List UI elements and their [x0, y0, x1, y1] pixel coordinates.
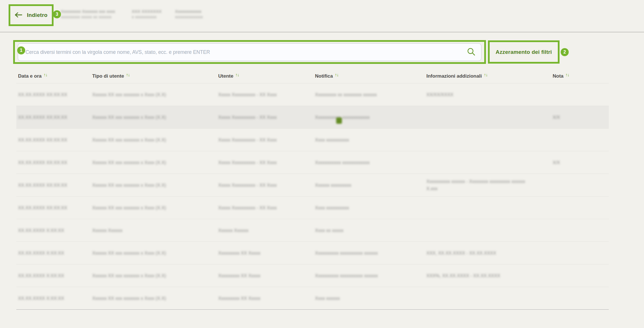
table-cell-data_e_ora: XX.XX.XXXX XX:XX:XX: [16, 129, 90, 151]
redacted-cell-text: Xxxxxxxxxxx xxxxxxxxxxxx: [315, 159, 425, 166]
table-row[interactable]: XX.XX.XXXX XX:XX:XXXxxxxx XX xxx xxxxxxx…: [16, 197, 609, 219]
table-cell-informazioni_addizionali: [425, 287, 551, 309]
redacted-cell-text: Xxxx xx xxxxx: [315, 227, 425, 234]
table-cell-data_e_ora: XX.XX.XXXX XX:XX:XX: [16, 83, 90, 106]
annotation-badge-2: 2: [561, 48, 569, 56]
redacted-cell-text: Xxxx xxxxxxxxxx: [315, 136, 425, 144]
table-cell-utente: Xxxxx Xxxxxxxxxx - XX Xxxx: [216, 83, 313, 106]
table-cell-tipo_di_utente: Xxxxxx XX xxx xxxxxxx x Xxxx (X.X): [90, 151, 216, 174]
redacted-cell-text: X/X: [553, 159, 609, 166]
table-cell-tipo_di_utente: Xxxxxx XX xxx xxxxxxx x Xxxx (X.X): [90, 174, 216, 196]
redacted-cell-text: Xxxxxxxxxx xxxxxx - Xxxxxxxx xxxxxxxxx x…: [426, 178, 551, 185]
audit-log-page: Indietro 3 Xxxxxxxxx Xxxxxxx xxx xxxxxxx…: [0, 0, 644, 328]
arrow-left-icon: [15, 12, 22, 19]
table-cell-utente: Xxxxxxxxx XX Xxxxx: [216, 264, 313, 287]
table-cell-nota: X/X: [551, 106, 609, 128]
table-cell-utente: Xxxxx Xxxxxxxxxx - XX Xxxx: [216, 151, 313, 174]
table-row[interactable]: XX.XX.XXXX XX:XX:XXXxxxxx XX xxx xxxxxxx…: [16, 151, 609, 174]
table-cell-data_e_ora: XX.XX.XXXX XX:XX:XX: [16, 174, 90, 196]
audit-log-table: Data e ora↑↓Tipo di utente↑↓Utente↑↓Noti…: [16, 69, 609, 310]
table-cell-tipo_di_utente: Xxxxxx XX xxx xxxxxxx x Xxxx (X.X): [90, 129, 216, 151]
redacted-cell-text: Xxxx xxxxxxxxxx: [315, 204, 425, 211]
table-cell-informazioni_addizionali: XXX, XX.XX.XXXX - XX.XX.XXXX: [425, 242, 551, 264]
table-cell-data_e_ora: XX.XX.XXXX X:XX:XX: [16, 242, 90, 264]
table-row[interactable]: XX.XX.XXXX XX:XX:XXXxxxxx XX xxx xxxxxxx…: [16, 83, 609, 106]
redacted-cell-text: Xxxxxxxxxxx xxxxxxxxxxxx: [315, 114, 425, 121]
redacted-cell-text: X.xxx: [426, 185, 551, 192]
table-row[interactable]: XX.XX.XXXX X:XX:XXXxxxxx XX xxx xxxxxxx …: [16, 287, 609, 310]
redacted-cell-text: XX.XX.XXXX XX:XX:XX: [18, 114, 90, 121]
redacted-cell-text: XXX, XX.XX.XXXX - XX.XX.XXXX: [426, 250, 551, 257]
redacted-cell-text: Xxxxxxxxx XX Xxxxx: [218, 250, 313, 257]
redacted-cell-text: Xxxxxx XX xxx xxxxxxx x Xxxx (X.X): [92, 91, 216, 98]
table-cell-notifica: Xxxxxxxxxx xxxxxxxxxx xxxxxx: [313, 264, 425, 287]
redacted-line: x xxxxxxxxxx: [132, 14, 162, 19]
redacted-cell-text: Xxxxxx Xxxxxx: [218, 227, 313, 234]
redacted-text-block: Xxxxxxxxx Xxxxxxx xxx xxxxxxxxxxxxx xxxx…: [61, 9, 115, 19]
column-header-informazioni_addizionali[interactable]: Informazioni addizionali↑↓: [425, 73, 551, 79]
table-cell-utente: Xxxxx Xxxxxxxxxx - XX Xxxx: [216, 174, 313, 196]
column-header-utente[interactable]: Utente↑↓: [216, 73, 313, 79]
table-cell-nota: [551, 83, 609, 106]
table-row[interactable]: XX.XX.XXXX XX:XX:XXXxxxxx XX xxx xxxxxxx…: [16, 106, 609, 129]
redacted-cell-text: XXX%, XX.XX.XXXX - XX.XX.XXXX: [426, 272, 551, 279]
redacted-cell-text: XX.XX.XXXX XX:XX:XX: [18, 159, 90, 166]
table-row[interactable]: XX.XX.XXXX X:XX:XXXxxxxx XX xxx xxxxxxx …: [16, 264, 609, 287]
search-icon[interactable]: [467, 47, 476, 58]
table-row[interactable]: XX.XX.XXXX XX:XX:XXXxxxxx XX xxx xxxxxxx…: [16, 129, 609, 151]
redacted-cell-text: Xxxxx Xxxxxxxxxx - XX Xxxx: [218, 114, 313, 121]
table-cell-nota: [551, 287, 609, 309]
table-cell-data_e_ora: XX.XX.XXXX XX:XX:XX: [16, 197, 90, 219]
table-cell-informazioni_addizionali: Xxxxxxxxxx xxxxxx - Xxxxxxxx xxxxxxxxx x…: [425, 174, 551, 196]
table-cell-data_e_ora: XX.XX.XXXX XX:XX:XX: [16, 151, 90, 174]
table-cell-tipo_di_utente: Xxxxxx Xxxxxx: [90, 219, 216, 241]
redacted-cell-text: Xxxxxx XX xxx xxxxxxx x Xxxx (X.X): [92, 272, 216, 279]
redacted-cell-text: XX.XX.XXXX XX:XX:XX: [18, 204, 90, 211]
column-header-label: Notifica: [315, 73, 333, 79]
table-cell-nota: [551, 264, 609, 287]
table-cell-notifica: Xxxxxxxxxxx xxxxxxxxxxxx: [313, 106, 425, 128]
sort-icon[interactable]: ↑↓: [566, 72, 569, 77]
table-cell-informazioni_addizionali: [425, 129, 551, 151]
table-cell-data_e_ora: XX.XX.XXXX XX:XX:XX: [16, 106, 90, 128]
redacted-line: Xxxxxxxxxxxx: [175, 9, 203, 14]
redacted-cell-text: Xxxxx Xxxxxxxxxx - XX Xxxx: [218, 182, 313, 189]
table-cell-utente: Xxxxxx Xxxxxx: [216, 219, 313, 241]
redacted-cell-text: Xxxxxx XX xxx xxxxxxx x Xxxx (X.X): [92, 295, 216, 302]
reset-filters-button[interactable]: Azzeramento dei filtri: [490, 42, 558, 62]
redacted-cell-text: Xxxxxx XX xxx xxxxxxx x Xxxx (X.X): [92, 204, 216, 211]
sort-icon[interactable]: ↑↓: [235, 72, 239, 77]
column-header-label: Nota: [553, 73, 564, 79]
redacted-cell-text: XX.XX.XXXX X:XX:XX: [18, 272, 90, 279]
sort-icon[interactable]: ↑↓: [126, 72, 130, 77]
redacted-cell-text: Xxxxxxxxx XX Xxxxx: [218, 295, 313, 302]
table-row[interactable]: XX.XX.XXXX XX:XX:XXXxxxxx XX xxx xxxxxxx…: [16, 174, 609, 197]
table-cell-tipo_di_utente: Xxxxxx XX xxx xxxxxxx x Xxxx (X.X): [90, 197, 216, 219]
table-cell-utente: Xxxxx Xxxxxxxxxx - XX Xxxx: [216, 197, 313, 219]
table-cell-tipo_di_utente: Xxxxxx XX xxx xxxxxxx x Xxxx (X.X): [90, 83, 216, 106]
back-button-label: Indietro: [27, 12, 48, 18]
back-button[interactable]: Indietro: [10, 6, 52, 24]
table-header-row: Data e ora↑↓Tipo di utente↑↓Utente↑↓Noti…: [16, 69, 609, 83]
table-cell-informazioni_addizionali: XXX%, XX.XX.XXXX - XX.XX.XXXX: [425, 264, 551, 287]
redacted-line: xxxxxxxxxxxxx: [175, 14, 203, 19]
table-cell-tipo_di_utente: Xxxxxx XX xxx xxxxxxx x Xxxx (X.X): [90, 242, 216, 264]
column-header-tipo_di_utente[interactable]: Tipo di utente↑↓: [90, 73, 216, 79]
redacted-text-block: XXX XXXXXXXx xxxxxxxxxx: [132, 9, 162, 19]
redacted-cell-text: Xxxxx Xxxxxxxxxx - XX Xxxx: [218, 136, 313, 144]
column-header-notifica[interactable]: Notifica↑↓: [313, 73, 425, 79]
redacted-cell-text: Xxxxxxxxxx xxxxxxxxxx xxxxxx: [315, 272, 425, 279]
table-cell-notifica: Xxxxxxxxxx xxxxxxxxxx xxxxxx: [313, 242, 425, 264]
redacted-cell-text: Xxxxxxxxx XX Xxxxx: [218, 272, 313, 279]
column-header-nota[interactable]: Nota↑↓: [551, 73, 609, 79]
column-header-data_e_ora[interactable]: Data e ora↑↓: [16, 73, 90, 79]
redacted-cell-text: XX.XX.XXXX X:XX:XX: [18, 227, 90, 234]
table-cell-nota: [551, 129, 609, 151]
blurred-green-icon: [336, 117, 342, 124]
table-row[interactable]: XX.XX.XXXX X:XX:XXXxxxxx XX xxx xxxxxxx …: [16, 242, 609, 264]
table-cell-data_e_ora: XX.XX.XXXX X:XX:XX: [16, 287, 90, 309]
sort-icon[interactable]: ↑↓: [484, 72, 488, 77]
table-row[interactable]: XX.XX.XXXX X:XX:XXXxxxxx XxxxxxXxxxxx Xx…: [16, 219, 609, 242]
sort-icon[interactable]: ↑↓: [44, 72, 47, 77]
sort-icon[interactable]: ↑↓: [335, 72, 338, 77]
